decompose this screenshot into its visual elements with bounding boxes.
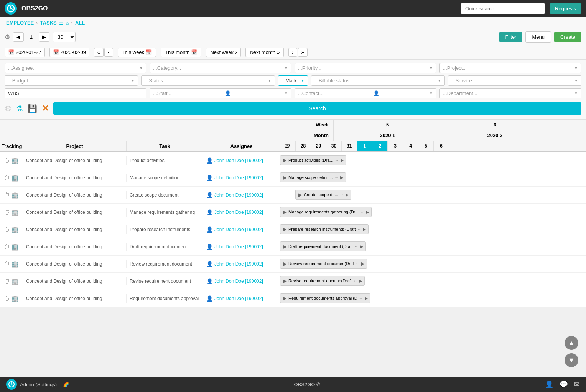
bar-arrow-right-icon[interactable]: ▶ bbox=[366, 210, 369, 215]
tracking-cell[interactable]: ⏱ 🏢 bbox=[0, 294, 23, 304]
task-cell[interactable]: Requirement documents approval bbox=[127, 294, 203, 303]
task-cell[interactable]: Revise requirement document bbox=[127, 277, 203, 285]
settings-icon[interactable]: ⚙ bbox=[5, 104, 12, 113]
gantt-bar[interactable]: ▶ Manage scope definiti... ↔ ▶ bbox=[280, 172, 346, 182]
bar-text: Review requirement documen(Draf bbox=[288, 261, 354, 266]
next-month-button[interactable]: Next month » bbox=[245, 48, 284, 57]
status-filter[interactable]: ...Status... ▼ bbox=[141, 75, 275, 86]
breadcrumb-employee[interactable]: EMPLOYEE bbox=[6, 20, 34, 26]
tracking-cell[interactable]: ⏱ 🏢 bbox=[0, 207, 23, 218]
bar-resize-icon[interactable]: ↔ bbox=[334, 175, 339, 180]
gantt-bar[interactable]: ▶ Create scope do... ↔ ▶ bbox=[295, 190, 351, 200]
assignee-cell[interactable]: 👤 John Don Doe [190002] bbox=[203, 173, 280, 182]
search-input[interactable] bbox=[461, 3, 545, 14]
bar-resize-icon[interactable]: ↔ bbox=[356, 261, 360, 266]
start-date-input[interactable]: 📅 2020-01-27 bbox=[5, 48, 45, 57]
gantt-bar[interactable]: ▶ Review requirement documen(Draf ↔ ▶ bbox=[280, 259, 367, 269]
requests-button[interactable]: Requests bbox=[550, 3, 581, 14]
bar-resize-icon[interactable]: ↔ bbox=[335, 158, 339, 162]
create-button[interactable]: Create bbox=[554, 32, 581, 42]
save-filter-icon[interactable]: 💾 bbox=[28, 104, 37, 113]
gear-icon[interactable]: ⚙ bbox=[5, 33, 10, 41]
task-cell[interactable]: Review requirement document bbox=[127, 260, 203, 268]
gantt-bar[interactable]: ▶ Draft requirement document (Draft ↔ ▶ bbox=[280, 241, 366, 251]
assignee-cell[interactable]: 👤 John Don Doe [190002] bbox=[203, 156, 280, 165]
status-label: ...Status... bbox=[145, 78, 167, 84]
department-filter[interactable]: ...Department... ▼ bbox=[440, 88, 581, 98]
clear-filter-button[interactable]: ✕ bbox=[42, 103, 49, 113]
bar-resize-icon[interactable]: ↔ bbox=[354, 244, 359, 249]
task-cell[interactable]: Create scope document bbox=[127, 191, 203, 199]
tracking-cell[interactable]: ⏱ 🏢 bbox=[0, 190, 23, 200]
date-prev-prev-button[interactable]: « bbox=[94, 48, 104, 57]
bar-arrow-right-icon[interactable]: ▶ bbox=[341, 158, 344, 163]
home-icon[interactable]: ⌂ bbox=[66, 20, 69, 26]
date-next-button[interactable]: › bbox=[288, 48, 297, 57]
gantt-bar[interactable]: ▶ Revise requirement docume(Draft ↔ ▶ bbox=[280, 276, 365, 286]
bar-arrow-right-icon[interactable]: ▶ bbox=[363, 227, 366, 232]
wbs-filter[interactable]: WBS bbox=[5, 88, 146, 98]
tracking-cell[interactable]: ⏱ 🏢 bbox=[0, 225, 23, 235]
per-page-select[interactable]: 30 50 100 bbox=[53, 32, 76, 42]
bar-arrow-right-icon[interactable]: ▶ bbox=[360, 244, 363, 249]
mark-filter[interactable]: ...Mark... ▼ bbox=[278, 75, 308, 86]
assignee-cell[interactable]: 👤 John Don Doe [190002] bbox=[203, 242, 280, 251]
breadcrumb-all[interactable]: ALL bbox=[75, 20, 85, 26]
assignee-cell[interactable]: 👤 John Don Doe [190002] bbox=[203, 259, 280, 269]
staff-filter[interactable]: ...Staff... 👤 ▼ bbox=[150, 88, 291, 98]
next-week-button[interactable]: Next week › bbox=[206, 48, 241, 57]
task-cell[interactable]: Prepare research instruments bbox=[127, 225, 203, 234]
bar-arrow-right-icon[interactable]: ▶ bbox=[346, 192, 349, 197]
assignee-cell[interactable]: 👤 John Don Doe [190002] bbox=[203, 190, 280, 200]
bar-arrow-right-icon[interactable]: ▶ bbox=[359, 279, 362, 284]
bar-arrow-right-icon[interactable]: ▶ bbox=[340, 175, 343, 180]
priority-filter[interactable]: ...Priority... ▼ bbox=[295, 63, 436, 73]
contact-filter[interactable]: ...Contact... 👤 ▼ bbox=[295, 88, 436, 98]
bar-resize-icon[interactable]: ↔ bbox=[340, 192, 344, 197]
breadcrumb-sep2: › bbox=[71, 20, 73, 26]
billable-filter[interactable]: ...Billable status... ▼ bbox=[311, 75, 444, 86]
bar-resize-icon[interactable]: ↔ bbox=[353, 279, 357, 283]
tracking-cell[interactable]: ⏱ 🏢 bbox=[0, 276, 23, 287]
service-filter[interactable]: ...Service... ▼ bbox=[448, 75, 581, 86]
gantt-bar[interactable]: ▶ Manage requirements gathering (Dr... ↔… bbox=[280, 207, 372, 217]
bar-resize-icon[interactable]: ↔ bbox=[357, 227, 361, 231]
end-date-input[interactable]: 📅 2020-02-09 bbox=[49, 48, 90, 57]
budget-filter[interactable]: ...Budget... ▼ bbox=[5, 75, 138, 86]
category-filter[interactable]: ...Category... ▼ bbox=[150, 63, 291, 73]
this-month-button[interactable]: This month 📅 bbox=[161, 48, 201, 57]
list-icon[interactable]: ☰ bbox=[59, 20, 64, 26]
gantt-bar[interactable]: ▶ Requirement documents approval (D ↔ ▶ bbox=[280, 293, 370, 303]
task-cell[interactable]: Draft requirement document bbox=[127, 243, 203, 251]
bar-resize-icon[interactable]: ↔ bbox=[360, 210, 364, 214]
gantt-bar[interactable]: ▶ Product activities (Dra... ↔ ▶ bbox=[280, 155, 346, 165]
task-cell[interactable]: Product activities bbox=[127, 156, 203, 165]
breadcrumb-tasks[interactable]: TASKS bbox=[40, 20, 57, 26]
app-logo[interactable] bbox=[5, 2, 17, 15]
task-cell[interactable]: Manage scope definition bbox=[127, 174, 203, 182]
tracking-cell[interactable]: ⏱ 🏢 bbox=[0, 259, 23, 269]
tracking-cell[interactable]: ⏱ 🏢 bbox=[0, 173, 23, 183]
next-page-button[interactable]: ▶ bbox=[39, 32, 49, 42]
assignee-cell[interactable]: 👤 John Don Doe [190002] bbox=[203, 225, 280, 234]
project-filter[interactable]: ...Project... ▼ bbox=[440, 63, 581, 73]
search-button[interactable]: Search bbox=[53, 102, 581, 115]
bar-arrow-right-icon[interactable]: ▶ bbox=[361, 261, 364, 266]
date-prev-button[interactable]: ‹ bbox=[104, 48, 113, 57]
filter-icon[interactable]: ⚗ bbox=[16, 104, 23, 113]
assignee-cell[interactable]: 👤 John Don Doe [190002] bbox=[203, 208, 280, 217]
tracking-cell[interactable]: ⏱ 🏢 bbox=[0, 242, 23, 252]
this-week-button[interactable]: This week 📅 bbox=[118, 48, 156, 57]
tracking-cell[interactable]: ⏱ 🏢 bbox=[0, 156, 23, 166]
task-cell[interactable]: Manage requirements gathering bbox=[127, 208, 203, 217]
bar-arrow-right-icon[interactable]: ▶ bbox=[365, 296, 368, 301]
prev-page-button[interactable]: ◀ bbox=[13, 32, 24, 42]
date-next-next-button[interactable]: » bbox=[298, 48, 308, 57]
assignee-filter[interactable]: ...Assignee... ▼ bbox=[5, 63, 146, 73]
filter-button[interactable]: Filter bbox=[499, 32, 523, 42]
assignee-cell[interactable]: 👤 John Don Doe [190002] bbox=[203, 277, 280, 286]
bar-resize-icon[interactable]: ↔ bbox=[359, 296, 363, 300]
menu-button[interactable]: Menu bbox=[525, 31, 551, 43]
gantt-bar[interactable]: ▶ Prepare research instruments (Draft ↔ … bbox=[280, 224, 369, 234]
assignee-cell[interactable]: 👤 John Don Doe [190002] bbox=[203, 294, 280, 303]
